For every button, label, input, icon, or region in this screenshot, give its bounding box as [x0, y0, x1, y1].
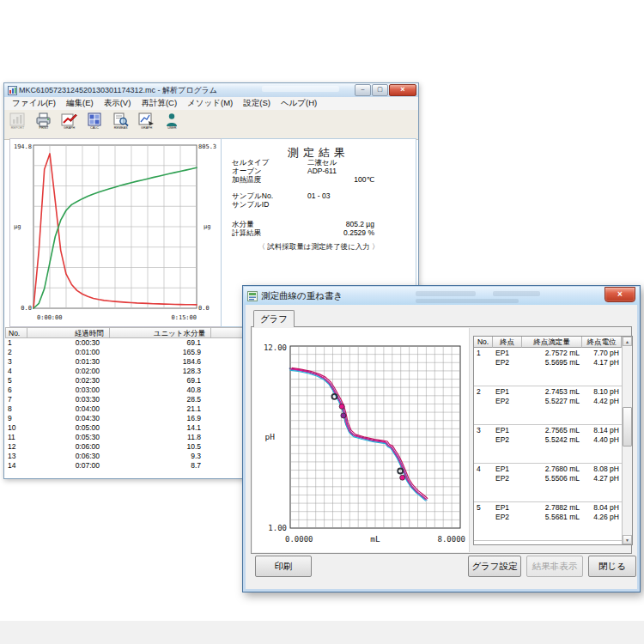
cell: 69.1: [110, 376, 211, 386]
ep-name-line: EP1: [495, 349, 519, 358]
ep-volume-line: 2.7572 mL: [525, 349, 580, 358]
cell: 0:05:30: [27, 433, 110, 442]
cell: 3: [5, 357, 27, 367]
ep-volume-line: 2.7565 mL: [525, 426, 580, 435]
print-button[interactable]: 印刷: [255, 556, 312, 577]
cell: 10.5: [110, 442, 211, 452]
cell: 6: [5, 386, 27, 395]
menu-item-6[interactable]: ヘルプ(H): [276, 98, 322, 109]
ph-graph-area: 12.001.00pH0.0000mL8.0000: [252, 328, 470, 552]
ep-column-header-2[interactable]: 終点滴定量: [522, 337, 582, 348]
ep-potential: 8.10 pH4.42 pH: [582, 387, 622, 405]
ep-volume-line: 5.5695 mL: [525, 358, 580, 368]
ep-column-header-3[interactable]: 終点電位: [582, 337, 622, 348]
toolbar-user-button[interactable]: USER: [161, 112, 184, 137]
field-value: 二液セル: [307, 158, 337, 167]
ep-result-group[interactable]: 4EP1EP22.7680 mL5.5506 mL8.08 pH4.27 pH: [474, 464, 622, 502]
report-icon: [9, 112, 27, 127]
field-value: 100℃: [354, 175, 374, 184]
y-right-max-label: 805.3: [198, 143, 216, 150]
graph-settings-button[interactable]: グラフ設定: [468, 556, 521, 577]
result-note: 〈 試料採取量は測定終了後に入力 〉: [222, 242, 416, 252]
field-label: サンプルNo.: [232, 191, 273, 200]
y-left-max-label: 194.8: [14, 143, 32, 150]
ep-volume: 2.7680 mL5.5506 mL: [522, 465, 582, 483]
ep-name-line: EP1: [495, 503, 519, 513]
cell: 0:02:00: [27, 367, 110, 376]
toolbar-graph-button[interactable]: GRAPH: [58, 112, 81, 137]
cell: 21.1: [110, 404, 211, 414]
menu-item-3[interactable]: 再計算(C): [136, 98, 182, 109]
x-max-label: 8.0000: [437, 535, 465, 544]
ep-no: 1: [474, 349, 493, 367]
cell: 0:06:00: [27, 442, 110, 452]
tab-graph[interactable]: グラフ: [253, 310, 295, 327]
field-label: 加熱温度: [232, 175, 261, 184]
minimize-button[interactable]: –: [355, 84, 371, 96]
toolbar-graph2-button[interactable]: GRAPH: [135, 112, 158, 137]
ep-volume-line: 5.5681 mL: [525, 513, 580, 522]
cell: 69.1: [110, 338, 211, 348]
y-left-unit-label: µg: [14, 223, 21, 230]
maximize-button[interactable]: ▢: [372, 84, 388, 96]
close-button[interactable]: ×: [389, 84, 416, 96]
ep-name-line: EP1: [495, 426, 519, 435]
ep-result-group[interactable]: 3EP1EP22.7565 mL5.5242 mL8.14 pH4.40 pH: [474, 425, 622, 464]
graph2-icon: [137, 112, 155, 127]
remeas-icon: [112, 112, 130, 127]
ep-marker-1: [339, 404, 344, 409]
scroll-down-icon[interactable]: ▼: [623, 535, 632, 544]
toolbar-label: PRINT: [39, 127, 48, 130]
x-axis-label: mL: [370, 534, 380, 544]
result-field-6: 計算結果0.2529 %: [232, 228, 405, 237]
scrollbar[interactable]: ▲ ▼: [622, 337, 632, 544]
scroll-up-icon[interactable]: ▲: [623, 337, 632, 346]
graph-icon: [60, 112, 78, 127]
ep-column-header-1[interactable]: 終点: [493, 337, 522, 348]
y-axis-label: pH: [265, 432, 276, 441]
ep-column-header-0[interactable]: No.: [474, 337, 493, 348]
cell: 28.5: [110, 395, 211, 404]
toolbar-calc-button[interactable]: CALC: [83, 112, 106, 137]
toolbar-label: CALC: [91, 127, 100, 130]
menu-item-5[interactable]: 設定(S): [238, 98, 276, 109]
ep-name: EP1EP2: [493, 426, 522, 444]
scroll-thumb[interactable]: [623, 407, 632, 447]
ep-volume-line: 5.5506 mL: [525, 474, 580, 483]
cell: 165.9: [110, 348, 211, 357]
result-fields: セルタイプ二液セルオーブンADP-611加熱温度100℃サンプルNo.01 - …: [232, 158, 405, 237]
hide-results-button: 結果非表示: [526, 556, 583, 577]
column-header-2[interactable]: ユニット水分量: [110, 327, 211, 338]
ep-no: 3: [474, 426, 493, 444]
menu-item-2[interactable]: 表示(V): [99, 98, 137, 109]
menu-item-0[interactable]: ファイル(F): [7, 98, 61, 109]
analysis-window-titlebar[interactable]: MKC6105723124520130301174312.mc - 解析プログラ…: [4, 83, 418, 98]
toolbar-remeas-button[interactable]: REMEAS: [109, 112, 132, 137]
ep-potential: 8.04 pH4.26 pH: [582, 503, 622, 521]
cell: 0:07:00: [27, 461, 110, 471]
column-header-0[interactable]: No.: [5, 327, 27, 338]
endpoint-table-body: No.終点終点滴定量終点電位1EP1EP22.7572 mL5.5695 mL7…: [474, 337, 622, 544]
screenshot-canvas: MKC6105723124520130301174312.mc - 解析プログラ…: [0, 0, 644, 644]
cell: 0:04:00: [27, 404, 110, 414]
menu-item-4[interactable]: メソッド(M): [182, 98, 238, 109]
menu-item-1[interactable]: 編集(E): [61, 98, 99, 109]
cell: 5: [5, 376, 27, 386]
cell: 4: [5, 367, 27, 376]
field-label: セルタイプ: [232, 158, 270, 167]
close-button[interactable]: ×: [605, 287, 635, 302]
result-field-4: サンプルID: [232, 200, 405, 209]
toolbar-print-button[interactable]: PRINT: [32, 112, 55, 137]
ep-name: EP1EP2: [493, 465, 522, 483]
result-field-3: サンプルNo.01 - 03: [232, 191, 405, 200]
cell: 0:00:30: [27, 338, 110, 348]
cell: 16.9: [110, 414, 211, 423]
y-left-min-label: 0.0: [21, 305, 32, 312]
column-header-1[interactable]: 経過時間: [27, 327, 110, 338]
ep-result-group[interactable]: 5EP1EP22.7882 mL5.5681 mL8.04 pH4.26 pH: [474, 502, 622, 541]
ep-no: 2: [474, 387, 493, 405]
overlay-window-titlebar[interactable]: 測定曲線の重ね書き ×: [244, 287, 639, 305]
ep-result-group[interactable]: 1EP1EP22.7572 mL5.5695 mL7.70 pH4.17 pH: [474, 348, 622, 386]
close-dialog-button[interactable]: 閉じる: [588, 556, 636, 577]
ep-result-group[interactable]: 2EP1EP22.7453 mL5.5227 mL8.10 pH4.42 pH: [474, 386, 622, 425]
